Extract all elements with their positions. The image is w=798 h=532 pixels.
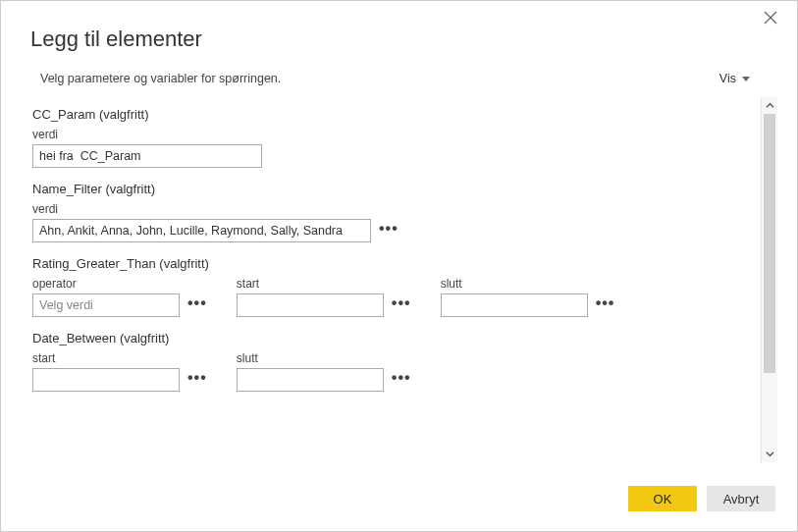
form-body: CC_Param (valgfritt) verdi Name_Filter (… — [30, 97, 761, 462]
field-label-rating-start: start — [237, 277, 411, 291]
rating-operator-input[interactable] — [32, 293, 180, 317]
ellipsis-icon[interactable]: ••• — [392, 372, 411, 388]
group-title-rating-gt: Rating_Greater_Than (valgfritt) — [32, 256, 747, 271]
group-name-filter: Name_Filter (valgfritt) verdi ••• — [32, 182, 747, 242]
name-filter-value-input[interactable] — [32, 219, 371, 242]
ok-button[interactable]: OK — [628, 486, 697, 511]
dialog-footer: OK Avbryt — [1, 472, 797, 531]
close-icon[interactable] — [764, 11, 783, 30]
cc-param-value-input[interactable] — [32, 144, 262, 168]
scrollbar-thumb[interactable] — [764, 114, 775, 373]
ellipsis-icon[interactable]: ••• — [596, 297, 615, 313]
view-dropdown-label: Vis — [719, 72, 736, 85]
group-rating-gt: Rating_Greater_Than (valgfritt) operator… — [32, 256, 747, 317]
group-title-cc-param: CC_Param (valgfritt) — [32, 107, 747, 122]
ellipsis-icon[interactable]: ••• — [379, 223, 399, 239]
scroll-up-icon[interactable] — [762, 97, 778, 114]
field-label-rating-end: slutt — [441, 277, 615, 291]
dialog-title: Legg til elementer — [1, 1, 797, 58]
field-label-rating-operator: operator — [32, 277, 207, 291]
field-label-cc-param-value: verdi — [32, 128, 747, 141]
group-date-between: Date_Between (valgfritt) start ••• slutt — [32, 331, 747, 392]
group-cc-param: CC_Param (valgfritt) verdi — [32, 107, 747, 168]
add-elements-dialog: Legg til elementer Velg parametere og va… — [0, 0, 798, 532]
scrollbar-track[interactable] — [762, 114, 777, 446]
rating-end-input[interactable] — [441, 293, 588, 317]
dialog-subtitle: Velg parametere og variabler for spørrin… — [40, 72, 281, 85]
view-dropdown[interactable]: Vis — [719, 72, 750, 85]
rating-start-input[interactable] — [237, 293, 384, 317]
field-label-date-start: start — [32, 351, 207, 365]
ellipsis-icon[interactable]: ••• — [187, 297, 207, 313]
group-title-date-between: Date_Between (valgfritt) — [32, 331, 747, 346]
ellipsis-icon[interactable]: ••• — [187, 372, 207, 388]
ellipsis-icon[interactable]: ••• — [392, 297, 411, 313]
date-end-input[interactable] — [237, 368, 384, 392]
date-start-input[interactable] — [32, 368, 180, 392]
scroll-down-icon[interactable] — [762, 446, 778, 462]
cancel-button[interactable]: Avbryt — [707, 486, 775, 511]
field-label-date-end: slutt — [237, 351, 411, 365]
vertical-scrollbar[interactable] — [761, 97, 777, 462]
group-title-name-filter: Name_Filter (valgfritt) — [32, 182, 747, 196]
form-scroll-area: CC_Param (valgfritt) verdi Name_Filter (… — [30, 97, 777, 462]
chevron-down-icon — [742, 77, 750, 81]
dialog-toolbar: Velg parametere og variabler for spørrin… — [1, 58, 797, 91]
field-label-name-filter-value: verdi — [32, 202, 747, 216]
